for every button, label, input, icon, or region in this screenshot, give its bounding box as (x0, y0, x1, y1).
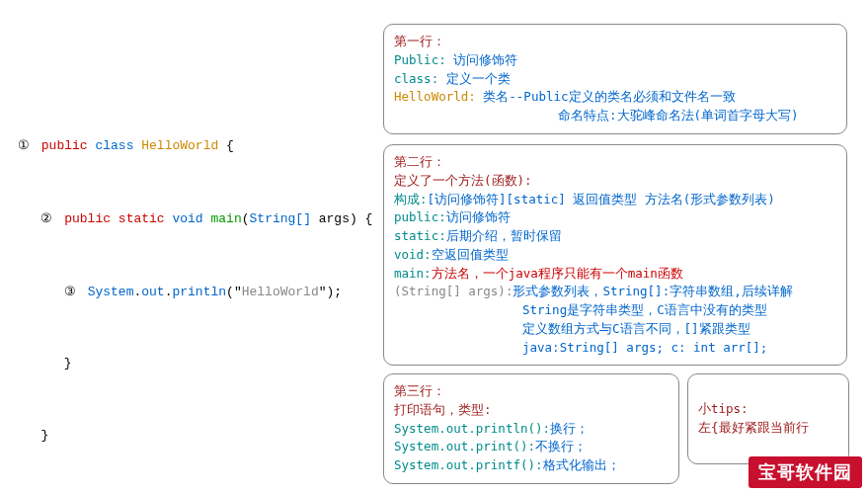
box2-r6-key: (String[] args): (394, 284, 513, 298)
out: out (141, 285, 164, 299)
box1-r3-val: 类名--Public定义的类名必须和文件名一致 (476, 89, 736, 104)
box3-row1: System.out.println():换行； (394, 420, 669, 439)
box1-row1: Public: 访问修饰符 (394, 51, 836, 70)
box2-row6: (String[] args):形式参数列表，String[]:字符串数组,后续… (394, 283, 836, 301)
box2-row4: void:空返回值类型 (394, 246, 836, 265)
box3-row3: System.out.printf():格式化输出； (394, 456, 669, 475)
box3-r1-val: 换行； (550, 421, 589, 436)
box3-r1-key: System.out.println(): (394, 421, 550, 436)
box2-row3: static:后期介绍，暂时保留 (394, 227, 836, 246)
annotation-box-1: 第一行： Public: 访问修饰符 class: 定义一个类 HelloWor… (383, 24, 847, 134)
box1-row3: HelloWorld: 类名--Public定义的类名必须和文件名一致 (394, 88, 836, 107)
line-number-3: ③ (64, 284, 76, 298)
box4-line: 左{最好紧跟当前行 (698, 419, 838, 438)
box1-row4: 命名特点:大驼峰命名法(单词首字母大写) (394, 107, 836, 125)
box2-row5: main:方法名，一个java程序只能有一个main函数 (394, 265, 836, 284)
box1-title: 第一行： (394, 33, 836, 51)
box1-r1-val: 访问修饰符 (446, 52, 518, 67)
box2-r4-val: 空返回值类型 (432, 247, 509, 262)
box3-r3-val: 格式化输出； (543, 457, 620, 472)
box2-row7: String是字符串类型，C语言中没有的类型 (394, 301, 836, 320)
code-line-3: ③ System.out.println("HelloWorld"); (18, 283, 372, 301)
box2-row9: java:String[] args; c: int arr[]; (394, 339, 836, 358)
box2-r4-key: void: (394, 247, 432, 262)
blank-line (18, 246, 372, 264)
box1-r2-val: 定义一个类 (438, 71, 511, 86)
code-block: ① public class HelloWorld { ② public sta… (18, 119, 372, 463)
box2-row2: public:访问修饰符 (394, 208, 836, 227)
box2-r2-val: 访问修饰符 (446, 209, 511, 224)
paren-open: ( (242, 211, 250, 226)
box2-row8: 定义数组方式与C语言不同，[]紧跟类型 (394, 320, 836, 339)
line-number-1: ① (18, 137, 30, 152)
annotation-box-4: 小tips: 左{最好紧跟当前行 (687, 373, 849, 464)
box2-title: 第二行： (394, 153, 836, 172)
box2-r1-val: [访问修饰符][static] 返回值类型 方法名(形式参数列表) (428, 192, 775, 206)
class-name: HelloWorld (141, 138, 218, 153)
brace2: { (357, 211, 373, 226)
method-main: main (211, 211, 242, 226)
box3-r2-val: 不换行； (535, 439, 587, 453)
kw-void: void (172, 211, 202, 226)
box2-row1: 构成:[访问修饰符][static] 返回值类型 方法名(形式参数列表) (394, 191, 836, 209)
code-line-2: ② public static void main(String[] args)… (18, 209, 372, 228)
blank-line (18, 391, 372, 409)
code-line-5: } (18, 427, 372, 445)
paren-close: ) (350, 211, 357, 226)
println: println (172, 285, 226, 299)
box2-r1-key: 构成: (394, 192, 428, 206)
paren-open: ( (226, 285, 234, 299)
brace-close: } (64, 356, 72, 370)
box2-r5-key: main: (394, 266, 432, 281)
annotation-box-2: 第二行： 定义了一个方法(函数): 构成:[访问修饰符][static] 返回值… (383, 144, 847, 366)
box3-r2-key: System.out.print(): (394, 439, 535, 453)
brace: { (218, 138, 234, 153)
box2-sub: 定义了一个方法(函数): (394, 172, 836, 191)
box1-r2-key: class: (394, 71, 438, 86)
arg-args: args (311, 211, 350, 226)
semicolon: ; (334, 285, 342, 299)
string-literal: HelloWorld (242, 285, 319, 299)
box4-title: 小tips: (698, 400, 838, 419)
box1-r3-key: HelloWorld: (394, 89, 476, 104)
brace-close: } (40, 428, 48, 443)
code-line-4: } (18, 355, 372, 372)
box2-r5-val: 方法名，一个java程序只能有一个main函数 (432, 266, 683, 281)
line-number-2: ② (40, 210, 52, 225)
box2-r3-val: 后期介绍，暂时保留 (446, 228, 562, 243)
system: System (88, 285, 134, 299)
kw-public2: public (64, 211, 111, 226)
kw-public: public (41, 138, 88, 153)
box1-row2: class: 定义一个类 (394, 70, 836, 89)
box2-r3-key: static: (394, 228, 446, 243)
box2-r2-key: public: (394, 209, 446, 224)
box3-row2: System.out.print():不换行； (394, 438, 669, 456)
blank-line (18, 319, 372, 337)
box3-title: 第三行： (394, 382, 669, 401)
annotation-box-3: 第三行： 打印语句，类型: System.out.println():换行； S… (383, 373, 679, 484)
kw-class: class (95, 138, 133, 153)
type-string-arr: String[] (250, 211, 311, 226)
box3-r3-key: System.out.printf(): (394, 457, 543, 472)
quote: " (319, 285, 327, 299)
code-line-1: ① public class HelloWorld { (18, 136, 372, 155)
box3-sub: 打印语句，类型: (394, 401, 669, 420)
blank-line (18, 174, 372, 192)
watermark-badge: 宝哥软件园 (749, 456, 862, 488)
box1-r1-key: Public: (394, 52, 446, 67)
quote: " (234, 285, 242, 299)
kw-static: static (118, 211, 165, 226)
box2-r6-val: 形式参数列表，String[]:字符串数组,后续详解 (513, 284, 792, 298)
